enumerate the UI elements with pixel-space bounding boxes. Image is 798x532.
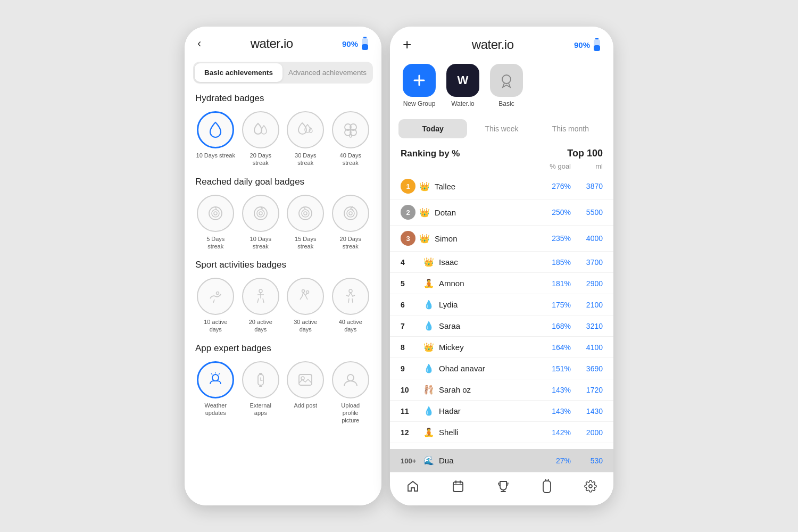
leaderboard-row: 10 🩰 Sarah oz 143% 1720	[390, 379, 613, 401]
badge-circle-12	[332, 278, 369, 315]
svg-point-24	[306, 291, 309, 294]
badge-circle-3	[287, 111, 324, 148]
nav-trophy[interactable]	[497, 480, 510, 496]
badge-circle-11	[287, 278, 324, 315]
row-ml: 2900	[571, 279, 603, 288]
nav-calendar[interactable]	[452, 480, 464, 496]
drops2-icon	[251, 120, 270, 139]
top100-label: Top 100	[567, 148, 603, 159]
left-header: ‹ water.io 90%	[185, 27, 381, 56]
svg-point-32	[347, 375, 354, 381]
right-hydration-pct: 90%	[574, 40, 590, 49]
badge-post[interactable]: Add post	[285, 361, 326, 425]
row-icon: 👑	[423, 257, 435, 267]
tab-advanced[interactable]: Advanced achievements	[284, 63, 371, 82]
section-daily-title: Reached daily goal badges	[195, 177, 371, 187]
badge-circle-13	[197, 361, 234, 398]
bottom-user-row: 100+ 🌊 Dua 27% 530	[390, 449, 613, 472]
row-name: Mickey	[439, 343, 539, 352]
row-name: Simon	[435, 234, 539, 243]
badge-label-3: 30 Daysstreak	[295, 152, 316, 167]
svg-point-38	[502, 75, 511, 84]
group-basic[interactable]: Basic	[490, 64, 523, 107]
badge-icon	[498, 72, 514, 88]
nav-settings[interactable]	[584, 480, 597, 496]
svg-point-8	[209, 207, 222, 220]
badge-sport-30[interactable]: 30 activedays	[285, 278, 326, 334]
row-pct: 142%	[539, 428, 571, 437]
badge-20days[interactable]: 20 Daysstreak	[240, 111, 281, 167]
row-name: Tallee	[435, 182, 539, 191]
section-hydrated: Hydrated badges 10 Days streak	[195, 93, 371, 167]
tab-month[interactable]: This month	[536, 119, 605, 138]
group-basic-label: Basic	[498, 100, 514, 107]
row-ml: 4000	[571, 234, 603, 243]
badge-40days[interactable]: 40 Daysstreak	[330, 111, 371, 167]
badge-20days-daily[interactable]: 20 Daysstreak	[330, 195, 371, 251]
row-name: Amnon	[439, 279, 539, 288]
tabs-row: Basic achievements Advanced achievements	[193, 62, 373, 84]
badge-sport-40[interactable]: 40 activedays	[330, 278, 371, 334]
svg-rect-30	[299, 375, 312, 385]
sport-grid: 10 activedays 20 activedays	[195, 278, 371, 334]
badge-weather[interactable]: Weatherupdates	[195, 361, 236, 425]
row-icon: 👑	[419, 207, 430, 218]
badge-10days[interactable]: 10 Days streak	[195, 111, 236, 167]
nav-home[interactable]	[406, 480, 419, 496]
row-pct: 276%	[539, 182, 571, 190]
badge-sport-20[interactable]: 20 activedays	[240, 278, 281, 334]
svg-rect-35	[594, 45, 600, 51]
add-button[interactable]: +	[403, 36, 411, 53]
badge-15days[interactable]: 15 Daysstreak	[285, 195, 326, 251]
badge-external[interactable]: Externalapps	[240, 361, 281, 425]
trophy-icon	[497, 480, 510, 493]
col-headers: % goal ml	[390, 161, 613, 173]
rank-num: 10	[401, 386, 420, 394]
section-expert-title: App expert badges	[195, 343, 371, 354]
tab-today[interactable]: Today	[398, 119, 467, 138]
badge-circle-5	[197, 195, 234, 232]
nav-bottle[interactable]	[542, 479, 552, 497]
row-icon: 💧	[423, 321, 435, 331]
expert-grid: Weatherupdates Externalapps	[195, 361, 371, 425]
badge-label-9: 10 activedays	[204, 318, 227, 334]
svg-point-26	[212, 375, 219, 381]
group-new[interactable]: New Group	[403, 64, 436, 107]
svg-point-9	[212, 210, 219, 217]
svg-point-20	[349, 212, 352, 215]
badge-5days[interactable]: 5 Daysstreak	[195, 195, 236, 251]
basic-group-icon	[490, 64, 523, 97]
ranking-header: Ranking by % Top 100	[390, 143, 613, 161]
tab-week[interactable]: This week	[467, 119, 536, 138]
tab-basic[interactable]: Basic achievements	[195, 63, 282, 82]
svg-point-10	[214, 212, 217, 215]
section-sport-title: Sport activities badges	[195, 260, 371, 270]
leaderboard-row: 2 👑 Dotan 250% 5500	[390, 200, 613, 226]
back-button[interactable]: ‹	[197, 37, 201, 51]
right-phone: + water.io 90% New Group W Water.io	[390, 27, 613, 505]
badge-circle-1	[197, 111, 234, 148]
badge-profile[interactable]: Uploadprofilepicture	[330, 361, 371, 425]
watch-icon	[251, 370, 270, 389]
leaderboard: 1 👑 Tallee 276% 3870 2 👑 Dotan 250% 5500…	[390, 173, 613, 449]
rank-num: 9	[401, 364, 420, 373]
row-pct: 143%	[539, 386, 571, 394]
badge-label-12: 40 activedays	[339, 318, 362, 334]
row-pct: 175%	[539, 301, 571, 309]
leaderboard-row: 1 👑 Tallee 276% 3870	[390, 173, 613, 200]
leaderboard-row: 6 💧 Lydia 175% 2100	[390, 294, 613, 315]
right-header: + water.io 90%	[390, 27, 613, 59]
svg-point-12	[254, 207, 267, 220]
row-icon: 👑	[423, 342, 435, 352]
target3-icon	[296, 204, 315, 223]
svg-point-17	[304, 212, 307, 215]
svg-rect-33	[595, 38, 598, 39]
badge-10days-daily[interactable]: 10 Daysstreak	[240, 195, 281, 251]
badge-30days[interactable]: 30 Daysstreak	[285, 111, 326, 167]
group-waterio[interactable]: W Water.io	[446, 64, 479, 107]
drop-icon	[206, 120, 225, 139]
badge-label-6: 10 Daysstreak	[250, 235, 271, 251]
badge-sport-10[interactable]: 10 activedays	[195, 278, 236, 334]
row-ml: 3210	[571, 322, 603, 330]
section-sport: Sport activities badges 10 activedays	[195, 260, 371, 334]
